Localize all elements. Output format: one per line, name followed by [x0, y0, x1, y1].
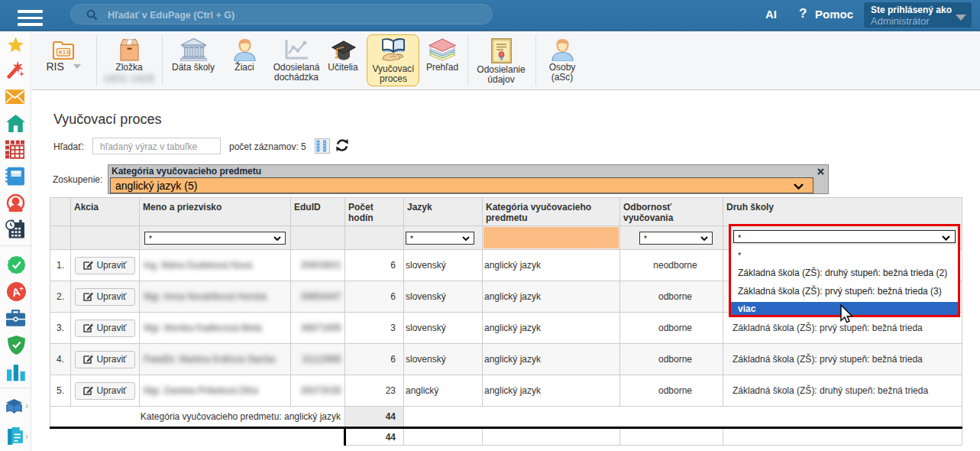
svg-text:+: + [19, 285, 23, 293]
svg-text:RIS: RIS [59, 50, 70, 56]
